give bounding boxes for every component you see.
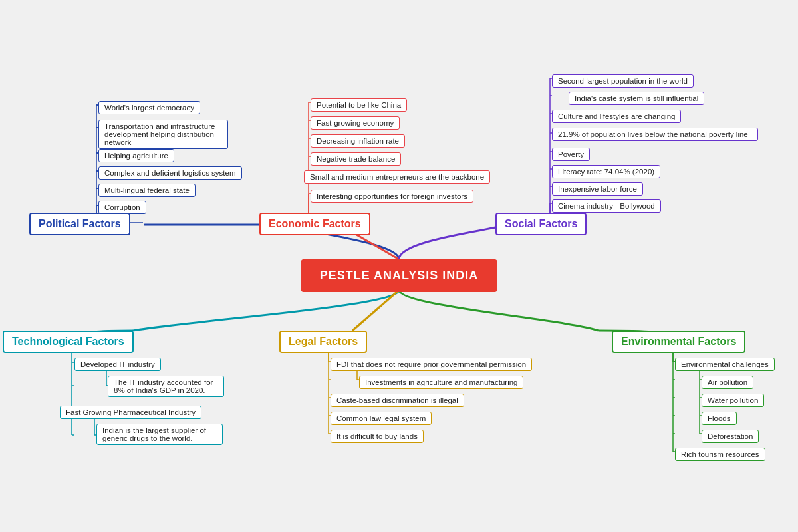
legal-label: Legal Factors bbox=[279, 331, 367, 353]
economic-item-3: Decreasing inflation rate bbox=[311, 134, 405, 148]
env-item-3: Water pollution bbox=[702, 394, 764, 407]
legal-item-4: Common law legal system bbox=[331, 412, 432, 425]
tech-item-4: Indian is the largest supplier of generi… bbox=[96, 424, 223, 445]
social-item-5: Poverty bbox=[552, 148, 590, 161]
political-item-4: Complex and deficient logistics system bbox=[98, 166, 242, 180]
political-item-2: Transportation and infrastructure develo… bbox=[98, 120, 228, 149]
env-item-5: Deforestation bbox=[702, 430, 759, 443]
social-item-4: 21.9% of population lives below the nati… bbox=[552, 128, 758, 141]
social-item-8: Cinema industry - Bollywood bbox=[552, 200, 661, 213]
political-item-5: Multi-lingual federal state bbox=[98, 184, 196, 197]
legal-item-3: Caste-based discrimination is illegal bbox=[331, 394, 464, 407]
environmental-label: Environmental Factors bbox=[612, 331, 745, 353]
social-item-6: Literacy rate: 74.04% (2020) bbox=[552, 165, 660, 178]
social-item-3: Culture and lifestyles are changing bbox=[552, 110, 681, 123]
economic-item-1: Potential to be like China bbox=[311, 98, 407, 112]
social-item-1: Second largest population in the world bbox=[552, 74, 694, 88]
technological-label: Technological Factors bbox=[3, 331, 134, 353]
tech-item-2: The IT industry accounted for 8% of Indi… bbox=[108, 376, 224, 397]
political-item-3: Helping agriculture bbox=[98, 149, 174, 162]
economic-label: Economic Factors bbox=[259, 213, 370, 235]
env-item-2: Air pollution bbox=[702, 376, 753, 389]
center-node: PESTLE ANALYSIS INDIA bbox=[301, 259, 497, 292]
social-label: Social Factors bbox=[495, 213, 587, 235]
social-item-2: India's caste system is still influentia… bbox=[569, 92, 704, 105]
economic-item-6: Interesting opportunities for foreign in… bbox=[311, 190, 473, 203]
legal-item-1: FDI that does not require prior governme… bbox=[331, 358, 532, 371]
political-item-6: Corruption bbox=[98, 201, 146, 214]
legal-item-5: It is difficult to buy lands bbox=[331, 430, 424, 443]
legal-item-2: Investments in agriculture and manufactu… bbox=[359, 376, 523, 389]
economic-item-4: Negative trade balance bbox=[311, 152, 401, 166]
economic-item-2: Fast-growing economy bbox=[311, 116, 400, 130]
political-label: Political Factors bbox=[29, 213, 130, 235]
env-item-6: Rich tourism resources bbox=[675, 448, 765, 461]
env-item-1: Environmental challenges bbox=[675, 358, 775, 371]
economic-item-5: Small and medium entrepreneurs are the b… bbox=[304, 170, 490, 184]
political-item-1: World's largest democracy bbox=[98, 101, 200, 114]
env-item-4: Floods bbox=[702, 412, 737, 425]
tech-item-3: Fast Growing Pharmaceutical Industry bbox=[60, 406, 201, 419]
social-item-7: Inexpensive labor force bbox=[552, 182, 643, 196]
tech-item-1: Developed IT industry bbox=[74, 358, 161, 371]
